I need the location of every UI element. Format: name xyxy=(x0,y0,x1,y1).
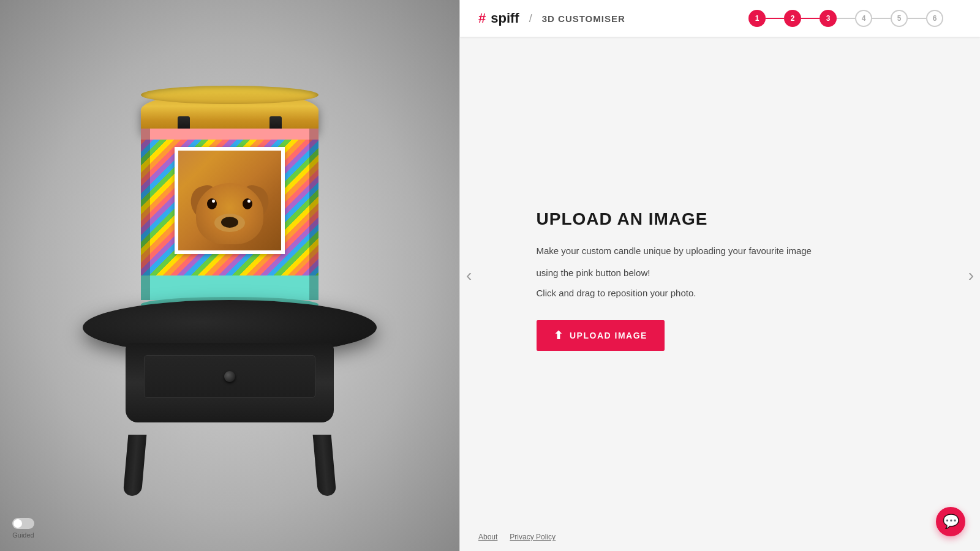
logo-hash: # xyxy=(478,10,486,26)
step-line-3 xyxy=(837,18,855,19)
step-5[interactable]: 5 xyxy=(891,10,908,27)
right-panel: #spiff / 3D CUSTOMISER 1 2 3 4 5 xyxy=(460,0,980,551)
step-line-5 xyxy=(908,18,926,19)
step-circle-4[interactable]: 4 xyxy=(855,10,872,27)
guided-toggle-switch[interactable] xyxy=(12,518,34,529)
custom-photo xyxy=(178,151,281,250)
dog-nose xyxy=(221,217,238,228)
step-circle-1[interactable]: 1 xyxy=(748,10,766,27)
step-circle-3[interactable]: 3 xyxy=(820,10,837,27)
dog-face xyxy=(190,177,270,250)
main-content: UPLOAD AN IMAGE Make your custom candle … xyxy=(460,37,980,523)
progress-bar: 1 2 3 4 5 6 xyxy=(748,10,943,27)
toggle-knob xyxy=(13,519,22,528)
table xyxy=(77,263,383,496)
step-3[interactable]: 3 xyxy=(820,10,837,27)
logo-divider: / xyxy=(529,12,532,25)
step-line-2 xyxy=(801,18,820,19)
step-circle-5[interactable]: 5 xyxy=(891,10,908,27)
chat-button[interactable]: 💬 xyxy=(936,507,965,536)
app-title: 3D CUSTOMISER xyxy=(542,13,625,24)
guided-label: Guided xyxy=(12,531,34,539)
custom-photo-frame xyxy=(175,147,285,254)
upload-description-line1: Make your custom candle unique by upload… xyxy=(537,244,904,258)
prev-arrow-icon: ‹ xyxy=(466,266,472,285)
upload-image-button[interactable]: ⬆ UPLOAD IMAGE xyxy=(537,320,665,351)
candle-lid-top xyxy=(141,86,318,104)
candle-pink-band-top xyxy=(141,129,318,140)
step-4[interactable]: 4 xyxy=(855,10,872,27)
next-arrow-icon: › xyxy=(968,266,974,285)
step-1[interactable]: 1 xyxy=(748,10,766,27)
upload-description-line2: using the pink button below! xyxy=(537,266,904,280)
step-6[interactable]: 6 xyxy=(926,10,943,27)
step-2[interactable]: 2 xyxy=(784,10,801,27)
upload-button-label: UPLOAD IMAGE xyxy=(570,331,647,340)
upload-icon: ⬆ xyxy=(554,329,564,342)
table-drawer-body xyxy=(126,343,334,422)
header: #spiff / 3D CUSTOMISER 1 2 3 4 5 xyxy=(460,0,980,37)
upload-title: UPLOAD AN IMAGE xyxy=(537,209,904,229)
step-circle-6[interactable]: 6 xyxy=(926,10,943,27)
next-arrow-button[interactable]: › xyxy=(962,260,980,291)
step-circle-2[interactable]: 2 xyxy=(784,10,801,27)
logo: #spiff / 3D CUSTOMISER xyxy=(478,10,625,26)
chat-icon: 💬 xyxy=(943,514,959,530)
product-viewer: Guided xyxy=(0,0,459,551)
step-line-4 xyxy=(872,18,891,19)
privacy-link[interactable]: Privacy Policy xyxy=(510,533,556,541)
candle-scene xyxy=(61,55,398,496)
table-leg-right xyxy=(313,435,337,496)
upload-section: UPLOAD AN IMAGE Make your custom candle … xyxy=(537,209,904,351)
table-leg-left xyxy=(123,435,147,496)
upload-hint: Click and drag to reposition your photo. xyxy=(537,288,904,298)
guided-toggle[interactable]: Guided xyxy=(12,518,34,539)
about-link[interactable]: About xyxy=(478,533,497,541)
dog-eye-right xyxy=(243,198,252,209)
logo-brand: spiff xyxy=(491,10,519,26)
table-drawer-front xyxy=(144,355,315,398)
step-line-1 xyxy=(766,18,784,19)
table-knob xyxy=(224,371,235,382)
footer: About Privacy Policy xyxy=(460,523,980,551)
dog-eye-left xyxy=(207,198,217,209)
prev-arrow-button[interactable]: ‹ xyxy=(460,260,478,291)
